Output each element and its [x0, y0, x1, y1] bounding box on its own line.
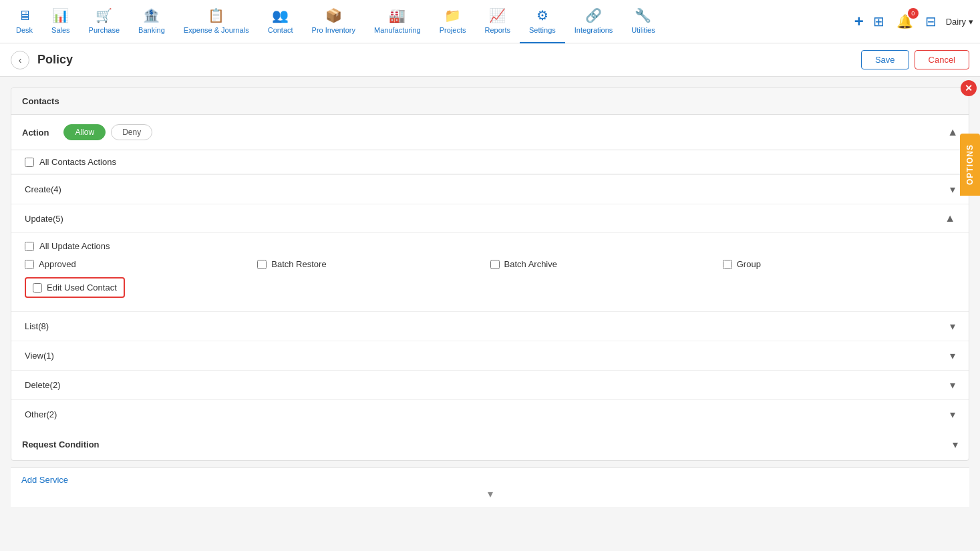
nav-item-utilities[interactable]: 🔧 Utilities — [622, 0, 664, 43]
nav-item-pro-inventory[interactable]: 📦 Pro Inventory — [303, 0, 365, 43]
add-service-section: Add Service ▾ — [11, 468, 969, 507]
list-title: List(8) — [25, 321, 49, 331]
collapse-contacts-button[interactable]: ▲ — [947, 126, 958, 138]
sales-icon: 📊 — [52, 7, 69, 23]
action-label: Action — [22, 128, 49, 138]
contacts-card: ✕ Contacts Action Allow Deny ▲ All Conta… — [11, 87, 969, 461]
nav-label-pro-inventory: Pro Inventory — [312, 26, 355, 34]
group-label[interactable]: Group — [737, 259, 761, 269]
group-checkbox[interactable] — [723, 260, 732, 269]
request-condition-label: Request Condition — [22, 439, 100, 449]
batch-archive-checkbox[interactable] — [490, 260, 500, 269]
list-collapsible-row[interactable]: List(8) ▾ — [11, 311, 969, 341]
create-collapsible-row[interactable]: Create(4) ▾ — [11, 174, 969, 204]
edit-used-contact-checkbox[interactable] — [33, 283, 42, 293]
table-icon-button[interactable]: ⊞ — [870, 11, 887, 32]
approved-label[interactable]: Approved — [39, 259, 76, 269]
contacts-title: Contacts — [22, 96, 59, 106]
nav-label-expense-journals: Expense & Journals — [184, 26, 249, 34]
back-button[interactable]: ‹ — [11, 51, 29, 69]
allow-button[interactable]: Allow — [63, 124, 106, 140]
add-service-link[interactable]: Add Service — [21, 475, 68, 485]
nav-label-desk: Desk — [16, 26, 33, 34]
contacts-section-header: Contacts — [11, 88, 969, 115]
banking-icon: 🏦 — [143, 7, 160, 23]
nav-label-manufacturing: Manufacturing — [374, 26, 421, 34]
deny-button[interactable]: Deny — [111, 124, 152, 140]
utilities-icon: 🔧 — [635, 7, 651, 23]
nav-item-expense-journals[interactable]: 📋 Expense & Journals — [174, 0, 259, 43]
other-collapsible-row[interactable]: Other(2) ▾ — [11, 399, 969, 429]
other-title: Other(2) — [25, 409, 57, 419]
nav-item-integrations[interactable]: 🔗 Integrations — [565, 0, 622, 43]
delete-title: Delete(2) — [25, 380, 60, 390]
grid-view-button[interactable]: ⊟ — [923, 11, 939, 32]
nav-label-utilities: Utilities — [631, 26, 655, 34]
all-update-checkbox[interactable] — [25, 242, 34, 251]
nav-item-sales[interactable]: 📊 Sales — [42, 0, 79, 43]
chevron-down-icon: ▾ — [969, 17, 973, 27]
nav-label-settings: Settings — [529, 26, 556, 34]
update-checkboxes-grid: Approved Batch Restore Batch Archive Gro… — [25, 259, 955, 269]
allow-deny-toggle: Allow Deny — [63, 124, 152, 140]
desk-icon: 🖥 — [18, 8, 31, 23]
list-chevron-down-icon[interactable]: ▾ — [950, 320, 955, 333]
approved-checkbox[interactable] — [25, 260, 34, 269]
nav-label-sales: Sales — [51, 26, 70, 34]
update-chevron-up-icon[interactable]: ▲ — [945, 212, 955, 224]
options-sidebar[interactable]: OPTIONS — [960, 134, 980, 196]
nav-item-projects[interactable]: 📁 Projects — [430, 0, 476, 43]
page-header: ‹ Policy Save Cancel — [0, 43, 980, 77]
user-name: Dairy — [946, 17, 966, 27]
edit-used-contact-label[interactable]: Edit Used Contact — [47, 283, 117, 293]
nav-label-projects: Projects — [440, 26, 466, 34]
nav-label-reports: Reports — [485, 26, 511, 34]
approved-checkbox-item: Approved — [25, 259, 257, 269]
action-allow-section: Action Allow Deny ▲ — [11, 115, 969, 150]
user-menu-button[interactable]: Dairy ▾ — [946, 17, 973, 27]
request-condition-chevron-down-icon[interactable]: ▾ — [953, 438, 958, 451]
batch-restore-checkbox[interactable] — [257, 260, 267, 269]
batch-archive-label[interactable]: Batch Archive — [504, 259, 558, 269]
delete-collapsible-row[interactable]: Delete(2) ▾ — [11, 370, 969, 399]
nav-item-manufacturing[interactable]: 🏭 Manufacturing — [365, 0, 430, 43]
close-contacts-button[interactable]: ✕ — [961, 80, 977, 96]
page-title: Policy — [37, 53, 73, 67]
pro-inventory-icon: 📦 — [325, 7, 342, 23]
update-collapsible-row[interactable]: Update(5) ▲ — [11, 204, 969, 232]
all-contacts-checkbox[interactable] — [25, 158, 34, 167]
main-content: ✕ Contacts Action Allow Deny ▲ All Conta… — [0, 77, 980, 551]
nav-item-contact[interactable]: 👥 Contact — [259, 0, 303, 43]
cancel-button[interactable]: Cancel — [915, 50, 969, 69]
all-update-label[interactable]: All Update Actions — [39, 241, 110, 251]
nav-item-settings[interactable]: ⚙ Settings — [520, 0, 565, 43]
create-chevron-down-icon[interactable]: ▾ — [950, 183, 955, 196]
all-update-actions-row: All Update Actions — [25, 241, 955, 251]
batch-archive-checkbox-item: Batch Archive — [490, 259, 723, 269]
nav-items: 🖥 Desk 📊 Sales 🛒 Purchase 🏦 Banking 📋 Ex… — [7, 0, 854, 43]
delete-chevron-down-icon[interactable]: ▾ — [950, 379, 955, 391]
all-contacts-label[interactable]: All Contacts Actions — [39, 157, 116, 167]
nav-item-purchase[interactable]: 🛒 Purchase — [79, 0, 129, 43]
nav-right: + ⊞ 🔔 0 ⊟ Dairy ▾ — [854, 11, 973, 32]
create-title: Create(4) — [25, 184, 61, 194]
add-button[interactable]: + — [854, 12, 864, 31]
projects-icon: 📁 — [444, 7, 461, 23]
nav-item-reports[interactable]: 📈 Reports — [476, 0, 520, 43]
other-chevron-down-icon[interactable]: ▾ — [950, 408, 955, 421]
update-expanded-section: All Update Actions Approved Batch Restor… — [11, 232, 969, 311]
contact-icon: 👥 — [272, 7, 289, 23]
save-button[interactable]: Save — [861, 50, 909, 69]
notification-count: 0 — [908, 8, 919, 19]
batch-restore-label[interactable]: Batch Restore — [271, 259, 326, 269]
all-contacts-actions-row: All Contacts Actions — [11, 150, 969, 174]
integrations-icon: 🔗 — [585, 7, 602, 23]
page-header-actions: Save Cancel — [861, 50, 969, 69]
nav-item-banking[interactable]: 🏦 Banking — [129, 0, 174, 43]
nav-label-purchase: Purchase — [89, 26, 120, 34]
view-chevron-down-icon[interactable]: ▾ — [950, 349, 955, 362]
nav-item-desk[interactable]: 🖥 Desk — [7, 0, 42, 43]
request-condition-row[interactable]: Request Condition ▾ — [11, 429, 969, 460]
expense-icon: 📋 — [208, 7, 224, 23]
view-collapsible-row[interactable]: View(1) ▾ — [11, 341, 969, 370]
